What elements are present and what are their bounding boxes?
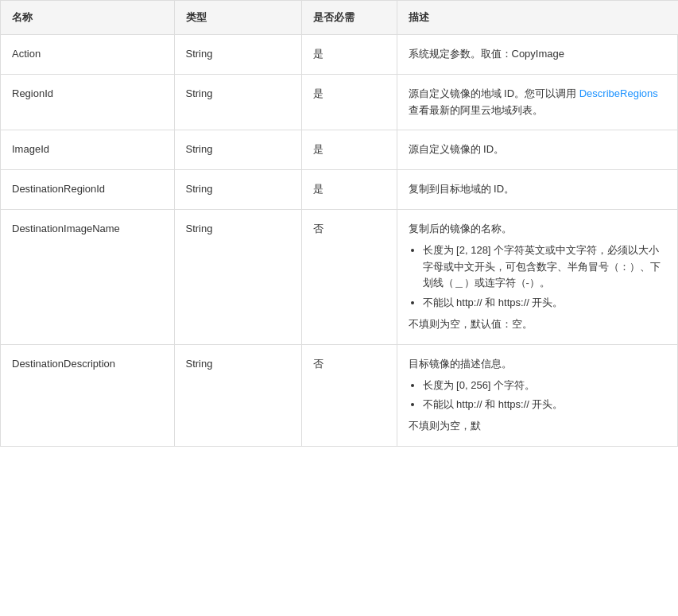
- desc-intro: 复制后的镜像的名称。: [409, 221, 668, 238]
- cell-required: 否: [301, 209, 397, 344]
- cell-description: 源自定义镜像的 ID。: [397, 130, 678, 170]
- table-row: ImageIdString是源自定义镜像的 ID。: [1, 130, 678, 170]
- cell-type: String: [174, 35, 301, 75]
- table-row: DestinationDescriptionString否目标镜像的描述信息。长…: [1, 344, 678, 446]
- cell-name: DestinationImageName: [1, 209, 174, 344]
- cell-description: 源自定义镜像的地域 ID。您可以调用 DescribeRegions 查看最新的…: [397, 74, 678, 130]
- header-description: 描述: [397, 1, 678, 35]
- describe-regions-link[interactable]: DescribeRegions: [579, 87, 658, 99]
- cell-required: 是: [301, 74, 397, 130]
- header-required: 是否必需: [301, 1, 397, 35]
- desc-list-item: 长度为 [2, 128] 个字符英文或中文字符，必须以大小字母或中文开头，可包含…: [423, 242, 668, 292]
- cell-type: String: [174, 209, 301, 344]
- table-row: DestinationRegionIdString是复制到目标地域的 ID。: [1, 170, 678, 210]
- api-params-table: 名称 类型 是否必需 描述 ActionString是系统规定参数。取值：Cop…: [0, 0, 678, 447]
- desc-list: 长度为 [0, 256] 个字符。不能以 http:// 和 https:// …: [423, 378, 668, 414]
- cell-description: 目标镜像的描述信息。长度为 [0, 256] 个字符。不能以 http:// 和…: [397, 344, 678, 446]
- desc-list-item: 长度为 [0, 256] 个字符。: [423, 378, 668, 394]
- cell-type: String: [174, 344, 301, 446]
- table-header-row: 名称 类型 是否必需 描述: [1, 1, 678, 35]
- header-type: 类型: [174, 1, 301, 35]
- cell-name: DestinationRegionId: [1, 170, 174, 210]
- cell-name: Action: [1, 35, 174, 75]
- table-row: DestinationImageNameString否复制后的镜像的名称。长度为…: [1, 209, 678, 344]
- table-row: RegionIdString是源自定义镜像的地域 ID。您可以调用 Descri…: [1, 74, 678, 130]
- header-name: 名称: [1, 1, 174, 35]
- cell-required: 是: [301, 170, 397, 210]
- cell-description: 复制到目标地域的 ID。: [397, 170, 678, 210]
- cell-description: 系统规定参数。取值：CopyImage: [397, 35, 678, 75]
- cell-description: 复制后的镜像的名称。长度为 [2, 128] 个字符英文或中文字符，必须以大小字…: [397, 209, 678, 344]
- desc-footer: 不填则为空，默认值：空。: [409, 316, 668, 333]
- cell-name: DestinationDescription: [1, 344, 174, 446]
- cell-type: String: [174, 170, 301, 210]
- cell-type: String: [174, 130, 301, 170]
- desc-intro: 目标镜像的描述信息。: [409, 356, 668, 373]
- cell-name: ImageId: [1, 130, 174, 170]
- cell-type: String: [174, 74, 301, 130]
- table-row: ActionString是系统规定参数。取值：CopyImage: [1, 35, 678, 75]
- desc-footer: 不填则为空，默: [409, 418, 668, 435]
- desc-list-item: 不能以 http:// 和 https:// 开头。: [423, 295, 668, 312]
- cell-name: RegionId: [1, 74, 174, 130]
- cell-required: 是: [301, 130, 397, 170]
- cell-required: 是: [301, 35, 397, 75]
- cell-required: 否: [301, 344, 397, 446]
- desc-list-item: 不能以 http:// 和 https:// 开头。: [423, 397, 668, 413]
- desc-list: 长度为 [2, 128] 个字符英文或中文字符，必须以大小字母或中文开头，可包含…: [423, 242, 668, 312]
